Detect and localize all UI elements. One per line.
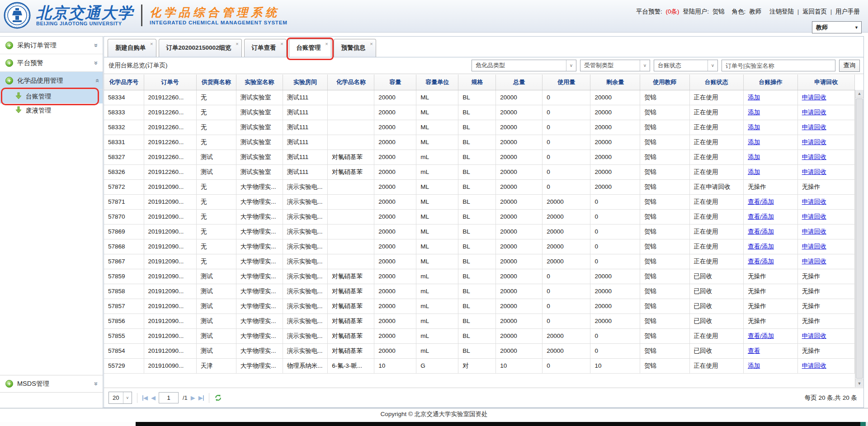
refresh-button[interactable] xyxy=(214,394,222,402)
controlled-type-select[interactable]: 受管制类型 ˅ xyxy=(580,60,650,71)
table-row[interactable]: 57858201912090...测试大学物理实...演示实验电...对氯硝基苯… xyxy=(104,284,855,299)
search-input[interactable] xyxy=(722,60,835,71)
column-header[interactable]: 供货商名称 xyxy=(196,75,236,90)
table-row[interactable]: 58333201912260...无测试实验室测试11120000MLBL200… xyxy=(104,105,855,120)
sidebar-item-msds[interactable]: + MSDS管理 » xyxy=(0,375,103,393)
sidebar-item-platform-alerts[interactable]: + 平台预警 » xyxy=(0,54,103,72)
scrollbar-thumb[interactable] xyxy=(856,98,863,379)
table-cell: BL xyxy=(458,224,496,239)
tab-order-view[interactable]: 订单查看 × xyxy=(244,39,287,57)
column-header[interactable]: 实验室名称 xyxy=(236,75,283,90)
sidebar-item-purchase-orders[interactable]: + 采购订单管理 » xyxy=(0,37,103,54)
column-header[interactable]: 总量 xyxy=(496,75,542,90)
ledger-action-link[interactable]: 查看/添加 xyxy=(748,198,774,205)
scrollbar-up-button[interactable]: ▲ xyxy=(855,90,863,98)
table-row[interactable]: 58326201912260...测试测试实验室测试111对氯硝基苯20000m… xyxy=(104,164,855,179)
column-header[interactable]: 规格 xyxy=(458,75,496,90)
ledger-action-link[interactable]: 添加 xyxy=(748,94,760,101)
table-row[interactable]: 58334201912260...无测试实验室测试11120000MLBL200… xyxy=(104,90,855,105)
tab-order-detail[interactable]: 订单202002150002细览 × xyxy=(159,39,242,57)
user-manual-link[interactable]: 用户手册 xyxy=(835,8,860,15)
column-header[interactable]: 化学品名称 xyxy=(328,75,374,90)
next-page-button[interactable]: ▶ xyxy=(191,394,195,401)
recycle-request-link[interactable]: 申请回收 xyxy=(802,362,826,369)
ledger-action-link[interactable]: 查看/添加 xyxy=(748,258,774,265)
close-icon[interactable]: × xyxy=(236,41,238,47)
recycle-request-link[interactable]: 申请回收 xyxy=(802,169,826,175)
ledger-action-link[interactable]: 添加 xyxy=(748,169,760,175)
ledger-action-link[interactable]: 查看/添加 xyxy=(748,332,774,339)
first-page-button[interactable]: ◀ xyxy=(142,394,148,401)
column-header[interactable]: 申请回收 xyxy=(797,75,854,90)
table-row[interactable]: 58327201912260...测试测试实验室测试111对氯硝基苯20000m… xyxy=(104,150,855,164)
close-icon[interactable]: × xyxy=(325,41,328,47)
sidebar-item-chemical-usage[interactable]: + 化学品使用管理 » xyxy=(0,72,103,89)
role-select-dropdown[interactable]: 教师 ▼ xyxy=(812,21,862,33)
recycle-request-link[interactable]: 申请回收 xyxy=(802,109,826,116)
table-row[interactable]: 58331201912260...无测试实验室测试11120000MLBL200… xyxy=(104,135,855,150)
table-row[interactable]: 57867201912090...无大学物理实...演示实验电...20000M… xyxy=(104,254,855,269)
recycle-request-link[interactable]: 申请回收 xyxy=(802,243,826,250)
column-header[interactable]: 使用量 xyxy=(542,75,590,90)
prev-page-button[interactable]: ◀ xyxy=(151,394,156,401)
scrollbar-down-button[interactable]: ▼ xyxy=(855,379,863,387)
home-link[interactable]: 返回首页 xyxy=(802,8,827,15)
tab-alert-info[interactable]: 预警信息 × xyxy=(334,39,376,57)
column-header[interactable]: 容量单位 xyxy=(416,75,458,90)
recycle-request-link[interactable]: 申请回收 xyxy=(802,213,826,220)
tab-ledger-management[interactable]: 台账管理 × xyxy=(289,39,331,57)
ledger-action-link[interactable]: 添加 xyxy=(748,109,760,116)
close-icon[interactable]: × xyxy=(370,41,373,47)
column-header[interactable]: 实验房间 xyxy=(283,75,328,90)
table-row[interactable]: 57857201912090...测试大学物理实...演示实验电...对氯硝基苯… xyxy=(104,299,855,314)
platform-alert-count[interactable]: (0条) xyxy=(666,8,679,15)
recycle-request-link[interactable]: 申请回收 xyxy=(802,94,826,101)
column-header[interactable]: 台账状态 xyxy=(689,75,744,90)
page-number-input[interactable] xyxy=(159,392,179,403)
ledger-action-link[interactable]: 添加 xyxy=(748,362,760,369)
column-header[interactable]: 剩余量 xyxy=(590,75,640,90)
search-button[interactable]: 查询 xyxy=(839,60,860,72)
table-row[interactable]: 57856201912090...测试大学物理实...演示实验电...对氯硝基苯… xyxy=(104,314,855,328)
close-icon[interactable]: × xyxy=(150,41,153,47)
column-header[interactable]: 容量 xyxy=(374,75,416,90)
table-row[interactable]: 57855201912090...测试大学物理实...演示实验电...对氯硝基苯… xyxy=(104,328,855,343)
table-row[interactable]: 57859201912090...测试大学物理实...演示实验电...对氯硝基苯… xyxy=(104,269,855,284)
table-row[interactable]: 55729201910090...天津大学物理实...物理系纳米...6-氟-3… xyxy=(104,358,855,373)
vertical-scrollbar[interactable]: ▲ ▼ xyxy=(855,90,863,387)
table-row[interactable]: 57871201912090...无大学物理实...演示实验电...20000M… xyxy=(104,194,855,209)
table-row[interactable]: 57869201912090...无大学物理实...演示实验电...20000M… xyxy=(104,224,855,239)
recycle-request-link[interactable]: 申请回收 xyxy=(802,154,826,160)
ledger-action-link[interactable]: 查看/添加 xyxy=(748,213,774,220)
recycle-request-link[interactable]: 申请回收 xyxy=(802,228,826,235)
ledger-action-link[interactable]: 查看/添加 xyxy=(748,228,774,235)
logout-link[interactable]: 注销登陆 xyxy=(769,8,794,15)
ledger-action-link[interactable]: 添加 xyxy=(748,139,760,145)
sidebar-item-ledger-management[interactable]: 台账管理 xyxy=(0,89,103,103)
recycle-request-link[interactable]: 申请回收 xyxy=(802,139,826,145)
ledger-action-link[interactable]: 查看 xyxy=(748,347,760,354)
table-row[interactable]: 58332201912260...无测试实验室测试11120000MLBL200… xyxy=(104,120,855,135)
tab-new-purchase[interactable]: 新建自购单 × xyxy=(108,39,156,57)
table-row[interactable]: 57872201912090...无大学物理实...演示实验电...20000M… xyxy=(104,179,855,194)
ledger-status-select[interactable]: 台账状态 ˅ xyxy=(654,60,718,71)
recycle-request-link[interactable]: 申请回收 xyxy=(802,258,826,265)
hazard-type-select[interactable]: 危化品类型 ˅ xyxy=(472,60,576,71)
recycle-request-link[interactable]: 申请回收 xyxy=(802,124,826,131)
ledger-action-link[interactable]: 添加 xyxy=(748,154,760,160)
column-header[interactable]: 订单号 xyxy=(144,75,196,90)
recycle-request-link[interactable]: 申请回收 xyxy=(802,332,826,339)
ledger-action-link[interactable]: 查看/添加 xyxy=(748,243,774,250)
column-header[interactable]: 使用教师 xyxy=(640,75,690,90)
close-icon[interactable]: × xyxy=(280,41,283,47)
last-page-button[interactable]: ▶ xyxy=(198,394,204,401)
column-header[interactable]: 台账操作 xyxy=(744,75,798,90)
table-row[interactable]: 57854201912090...测试大学物理实...演示实验电...对氯硝基苯… xyxy=(104,343,855,358)
table-row[interactable]: 57868201912090...无大学物理实...演示实验电...20000M… xyxy=(104,239,855,254)
ledger-action-link[interactable]: 添加 xyxy=(748,124,760,131)
recycle-request-link[interactable]: 申请回收 xyxy=(802,198,826,205)
sidebar-item-waste-management[interactable]: 废液管理 xyxy=(0,103,103,117)
table-row[interactable]: 57870201912090...无大学物理实...演示实验电...20000M… xyxy=(104,209,855,224)
column-header[interactable]: 化学品序号 xyxy=(104,75,144,90)
page-size-select[interactable]: 20 ˅ xyxy=(108,392,132,404)
